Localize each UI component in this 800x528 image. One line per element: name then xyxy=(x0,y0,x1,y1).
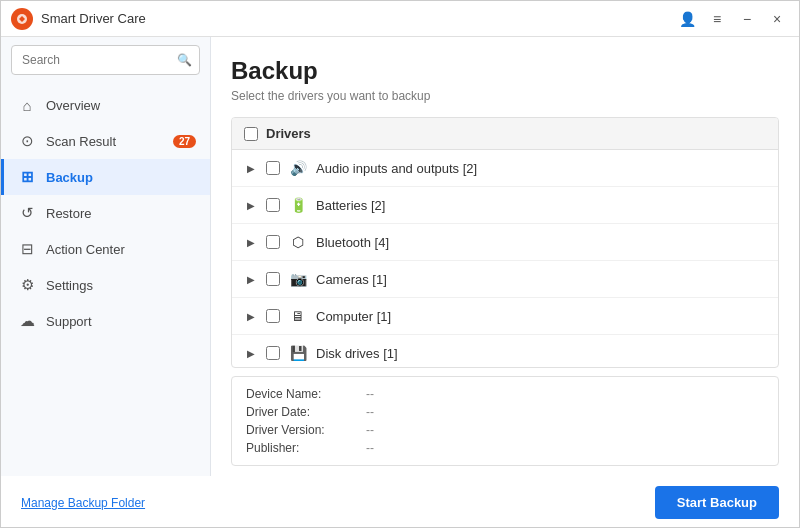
sidebar-item-support[interactable]: ☁ Support xyxy=(1,303,210,339)
nav-label-settings: Settings xyxy=(46,278,93,293)
drivers-list: ▶ 🔊 Audio inputs and outputs [2] ▶ 🔋 Bat… xyxy=(232,150,778,367)
close-button[interactable]: × xyxy=(765,7,789,31)
info-label-3: Publisher: xyxy=(246,441,366,455)
user-button[interactable]: 👤 xyxy=(675,7,699,31)
select-all-checkbox[interactable] xyxy=(244,127,258,141)
driver-name-5: Disk drives [1] xyxy=(316,346,766,361)
nav-label-overview: Overview xyxy=(46,98,100,113)
driver-checkbox-0[interactable] xyxy=(266,161,280,175)
nav-icon-backup: ⊞ xyxy=(18,168,36,186)
nav-icon-settings: ⚙ xyxy=(18,276,36,294)
info-value-2: -- xyxy=(366,423,374,437)
driver-name-1: Batteries [2] xyxy=(316,198,766,213)
info-label-2: Driver Version: xyxy=(246,423,366,437)
info-row-2: Driver Version: -- xyxy=(246,421,764,439)
driver-checkbox-5[interactable] xyxy=(266,346,280,360)
driver-expand-icon[interactable]: ▶ xyxy=(244,346,258,360)
window-controls: 👤 ≡ − × xyxy=(675,7,789,31)
menu-button[interactable]: ≡ xyxy=(705,7,729,31)
driver-expand-icon[interactable]: ▶ xyxy=(244,161,258,175)
sidebar-item-scan-result[interactable]: ⊙ Scan Result 27 xyxy=(1,123,210,159)
driver-checkbox-4[interactable] xyxy=(266,309,280,323)
sidebar-item-backup[interactable]: ⊞ Backup xyxy=(1,159,210,195)
nav-icon-scan-result: ⊙ xyxy=(18,132,36,150)
nav-label-action-center: Action Center xyxy=(46,242,125,257)
nav-icon-action-center: ⊟ xyxy=(18,240,36,258)
info-row-1: Driver Date: -- xyxy=(246,403,764,421)
driver-name-3: Cameras [1] xyxy=(316,272,766,287)
driver-row[interactable]: ▶ 📷 Cameras [1] xyxy=(232,261,778,298)
driver-icon-5: 💾 xyxy=(288,343,308,363)
info-label-1: Driver Date: xyxy=(246,405,366,419)
driver-name-2: Bluetooth [4] xyxy=(316,235,766,250)
nav-icon-restore: ↺ xyxy=(18,204,36,222)
search-input[interactable] xyxy=(11,45,200,75)
driver-expand-icon[interactable]: ▶ xyxy=(244,309,258,323)
nav-icon-overview: ⌂ xyxy=(18,96,36,114)
page-subtitle: Select the drivers you want to backup xyxy=(231,89,779,103)
driver-expand-icon[interactable]: ▶ xyxy=(244,198,258,212)
driver-row[interactable]: ▶ ⬡ Bluetooth [4] xyxy=(232,224,778,261)
manage-backup-link[interactable]: Manage Backup Folder xyxy=(21,496,145,510)
search-icon: 🔍 xyxy=(177,53,192,67)
title-bar: Smart Driver Care 👤 ≡ − × xyxy=(1,1,799,37)
driver-checkbox-3[interactable] xyxy=(266,272,280,286)
info-row-3: Publisher: -- xyxy=(246,439,764,457)
driver-row[interactable]: ▶ 🔋 Batteries [2] xyxy=(232,187,778,224)
search-bar[interactable]: 🔍 xyxy=(11,45,200,75)
app-title: Smart Driver Care xyxy=(41,11,675,26)
page-title: Backup xyxy=(231,57,779,85)
driver-icon-1: 🔋 xyxy=(288,195,308,215)
driver-checkbox-2[interactable] xyxy=(266,235,280,249)
driver-icon-0: 🔊 xyxy=(288,158,308,178)
minimize-button[interactable]: − xyxy=(735,7,759,31)
nav-label-restore: Restore xyxy=(46,206,92,221)
nav-icon-support: ☁ xyxy=(18,312,36,330)
nav-label-scan-result: Scan Result xyxy=(46,134,116,149)
info-label-0: Device Name: xyxy=(246,387,366,401)
nav-badge-scan-result: 27 xyxy=(173,135,196,148)
sidebar-item-action-center[interactable]: ⊟ Action Center xyxy=(1,231,210,267)
sidebar-item-restore[interactable]: ↺ Restore xyxy=(1,195,210,231)
main-content: Backup Select the drivers you want to ba… xyxy=(211,37,799,476)
app-logo xyxy=(11,8,33,30)
sidebar-item-overview[interactable]: ⌂ Overview xyxy=(1,87,210,123)
nav-label-support: Support xyxy=(46,314,92,329)
main-layout: 🔍 ⌂ Overview ⊙ Scan Result 27 ⊞ Backup ↺… xyxy=(1,37,799,476)
sidebar-item-settings[interactable]: ⚙ Settings xyxy=(1,267,210,303)
info-value-3: -- xyxy=(366,441,374,455)
sidebar: 🔍 ⌂ Overview ⊙ Scan Result 27 ⊞ Backup ↺… xyxy=(1,37,211,476)
driver-name-4: Computer [1] xyxy=(316,309,766,324)
driver-icon-4: 🖥 xyxy=(288,306,308,326)
nav-label-backup: Backup xyxy=(46,170,93,185)
drivers-header: Drivers xyxy=(232,118,778,150)
info-panel: Device Name: -- Driver Date: -- Driver V… xyxy=(231,376,779,466)
drivers-header-label: Drivers xyxy=(266,126,311,141)
app-window: Smart Driver Care 👤 ≡ − × 🔍 ⌂ Overview ⊙… xyxy=(0,0,800,528)
driver-row[interactable]: ▶ 🔊 Audio inputs and outputs [2] xyxy=(232,150,778,187)
driver-row[interactable]: ▶ 💾 Disk drives [1] xyxy=(232,335,778,367)
info-row-0: Device Name: -- xyxy=(246,385,764,403)
info-value-1: -- xyxy=(366,405,374,419)
drivers-panel: Drivers ▶ 🔊 Audio inputs and outputs [2]… xyxy=(231,117,779,368)
driver-checkbox-1[interactable] xyxy=(266,198,280,212)
footer: Manage Backup Folder Start Backup xyxy=(1,476,799,527)
start-backup-button[interactable]: Start Backup xyxy=(655,486,779,519)
sidebar-nav: ⌂ Overview ⊙ Scan Result 27 ⊞ Backup ↺ R… xyxy=(1,87,210,339)
driver-name-0: Audio inputs and outputs [2] xyxy=(316,161,766,176)
driver-icon-2: ⬡ xyxy=(288,232,308,252)
driver-icon-3: 📷 xyxy=(288,269,308,289)
info-value-0: -- xyxy=(366,387,374,401)
driver-row[interactable]: ▶ 🖥 Computer [1] xyxy=(232,298,778,335)
driver-expand-icon[interactable]: ▶ xyxy=(244,272,258,286)
driver-expand-icon[interactable]: ▶ xyxy=(244,235,258,249)
